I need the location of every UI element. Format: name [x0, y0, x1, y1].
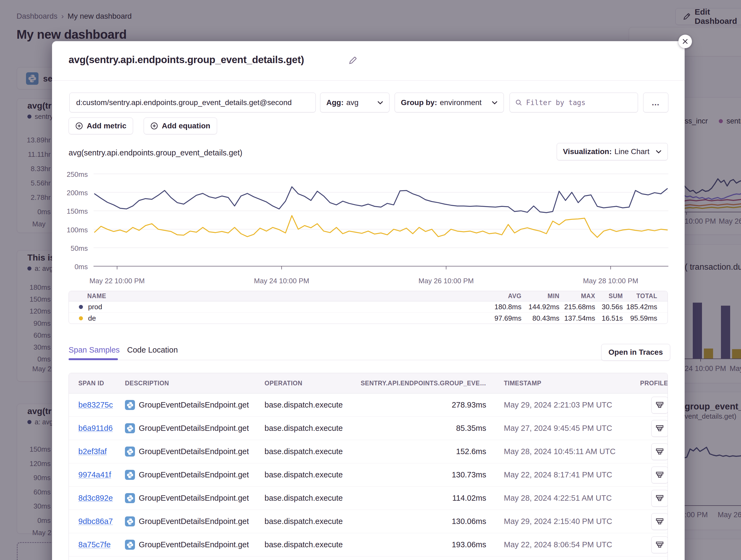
- col-sum: SUM: [595, 293, 623, 300]
- tabs-divider: [69, 360, 621, 360]
- series-summary-table: NAME AVG MIN MAX SUM TOTAL prod180.8ms14…: [69, 291, 668, 324]
- series-color-dot: [79, 316, 83, 320]
- agg-label: Agg:: [326, 98, 344, 107]
- filter-tags-input[interactable]: [526, 98, 624, 107]
- span-sample-row[interactable]: 9974a41fGroupEventDetailsEndpoint.getbas…: [69, 463, 668, 487]
- span-id-link[interactable]: 8d3c892e: [78, 494, 113, 502]
- y-tick-label: 100ms: [53, 226, 88, 234]
- python-icon: [125, 516, 135, 527]
- span-description: GroupEventDetailsEndpoint.get: [139, 494, 249, 502]
- add-equation-label: Add equation: [162, 122, 210, 130]
- tab-code-location[interactable]: Code Location: [127, 345, 178, 354]
- profile-button[interactable]: [651, 397, 668, 413]
- metric-query-input[interactable]: [70, 98, 303, 107]
- add-equation-button[interactable]: Add equation: [144, 117, 217, 134]
- y-tick-label: 250ms: [53, 170, 88, 179]
- span-sample-row[interactable]: 8a75c7feGroupEventDetailsEndpoint.getbas…: [69, 533, 668, 556]
- series-min: 80.43ms: [522, 314, 559, 323]
- span-description: GroupEventDetailsEndpoint.get: [139, 470, 249, 479]
- span-id-link[interactable]: b6a911d6: [78, 424, 113, 432]
- span-id-link[interactable]: 9dbc86a7: [78, 517, 113, 526]
- series-avg: 97.69ms: [456, 314, 522, 323]
- flame-graph-icon: [656, 541, 664, 549]
- flame-graph-icon: [656, 517, 664, 526]
- span-description: GroupEventDetailsEndpoint.get: [139, 424, 249, 433]
- span-timestamp: May 28, 2024 10:45:11 AM UTC: [486, 447, 639, 456]
- aggregation-select[interactable]: Agg: avg: [320, 93, 390, 112]
- chevron-down-icon: [377, 101, 383, 104]
- series-sum: 30.56s: [595, 303, 623, 311]
- span-operation: base.dispatch.execute: [265, 494, 354, 502]
- visualization-value: Line Chart: [614, 147, 650, 156]
- y-tick-label: 50ms: [53, 244, 88, 253]
- series-sum: 16.51s: [595, 314, 623, 323]
- span-operation: base.dispatch.execute: [265, 517, 354, 526]
- y-tick-label: 200ms: [53, 189, 88, 197]
- samples-table-body: be83275cGroupEventDetailsEndpoint.getbas…: [69, 393, 668, 556]
- query-overflow-button[interactable]: …: [643, 93, 668, 112]
- span-duration: 193.06ms: [354, 540, 486, 549]
- filter-by-tags-field[interactable]: [510, 93, 638, 112]
- detail-tabs: Span Samples Code Location: [69, 344, 668, 361]
- span-duration: 130.73ms: [354, 470, 486, 479]
- screen: Dashboards›My new dashboard My new dashb…: [0, 0, 741, 560]
- series-name: de: [88, 314, 96, 323]
- metric-details-modal: avg(sentry.api.endpoints.group_event_det…: [52, 41, 685, 560]
- span-sample-row[interactable]: b6a911d6GroupEventDetailsEndpoint.getbas…: [69, 417, 668, 440]
- profile-button[interactable]: [651, 513, 668, 530]
- span-description: GroupEventDetailsEndpoint.get: [139, 401, 249, 409]
- add-metric-label: Add metric: [87, 122, 126, 130]
- span-id-link[interactable]: 9974a41f: [78, 470, 111, 479]
- chart-query-label: avg(sentry.api.endpoints.group_event_det…: [69, 148, 242, 157]
- summary-row[interactable]: prod180.8ms144.92ms215.68ms30.56s185.42m…: [69, 301, 668, 313]
- flame-graph-icon: [656, 401, 664, 409]
- col-max: MAX: [559, 293, 595, 300]
- span-sample-row[interactable]: b2ef3fafGroupEventDetailsEndpoint.getbas…: [69, 440, 668, 463]
- ellipsis-icon: …: [652, 98, 660, 107]
- x-tick-label: May 22 10:00 PM: [89, 277, 145, 285]
- tab-span-samples[interactable]: Span Samples: [69, 345, 120, 354]
- summary-table-body: prod180.8ms144.92ms215.68ms30.56s185.42m…: [69, 301, 668, 324]
- profile-button[interactable]: [651, 443, 668, 460]
- span-description: GroupEventDetailsEndpoint.get: [139, 447, 249, 456]
- col-avg: AVG: [456, 293, 522, 300]
- profile-button[interactable]: [651, 420, 668, 437]
- divider: [52, 80, 685, 81]
- open-in-traces-label: Open in Traces: [608, 348, 663, 356]
- plus-circle-icon: [75, 122, 83, 130]
- span-timestamp: May 27, 2024 9:45:45 PM UTC: [486, 424, 639, 433]
- span-operation: base.dispatch.execute: [265, 540, 354, 549]
- profile-button[interactable]: [651, 490, 668, 507]
- span-timestamp: May 22, 2024 8:17:41 PM UTC: [486, 470, 639, 479]
- span-id-link[interactable]: b2ef3faf: [78, 447, 107, 456]
- visualization-select[interactable]: Visualization: Line Chart: [557, 143, 668, 160]
- profile-button[interactable]: [651, 467, 668, 483]
- col-description: DESCRIPTION: [125, 380, 265, 387]
- modal-title: avg(sentry.api.endpoints.group_event_det…: [69, 54, 304, 66]
- visualization-label: Visualization:: [563, 147, 612, 156]
- span-sample-row[interactable]: 8d3c892eGroupEventDetailsEndpoint.getbas…: [69, 487, 668, 510]
- span-sample-row[interactable]: be83275cGroupEventDetailsEndpoint.getbas…: [69, 393, 668, 417]
- flame-graph-icon: [656, 448, 664, 456]
- summary-table-header: NAME AVG MIN MAX SUM TOTAL: [69, 291, 668, 301]
- x-tick-label: May 24 10:00 PM: [254, 277, 309, 285]
- col-name: NAME: [69, 293, 456, 300]
- close-modal-button[interactable]: [678, 35, 692, 48]
- summary-row[interactable]: de97.69ms80.43ms137.54ms16.51s95.59ms: [69, 313, 668, 324]
- span-duration: 85.35ms: [354, 424, 486, 433]
- span-id-link[interactable]: be83275c: [78, 401, 113, 409]
- add-metric-button[interactable]: Add metric: [69, 117, 133, 134]
- span-description: GroupEventDetailsEndpoint.get: [139, 540, 249, 549]
- col-timestamp: TIMESTAMP: [486, 380, 639, 387]
- span-id-link[interactable]: 8a75c7fe: [78, 540, 111, 549]
- open-in-traces-button[interactable]: Open in Traces: [601, 344, 670, 361]
- span-sample-row[interactable]: 9dbc86a7GroupEventDetailsEndpoint.getbas…: [69, 510, 668, 533]
- python-icon: [125, 470, 135, 480]
- span-timestamp: May 28, 2024 4:22:51 AM UTC: [486, 494, 639, 502]
- python-icon: [125, 423, 135, 433]
- profile-button[interactable]: [651, 537, 668, 553]
- edit-title-icon[interactable]: [348, 56, 357, 65]
- group-by-select[interactable]: Group by: environment: [395, 93, 504, 112]
- span-description: GroupEventDetailsEndpoint.get: [139, 517, 249, 526]
- metric-query-field[interactable]: [69, 93, 316, 112]
